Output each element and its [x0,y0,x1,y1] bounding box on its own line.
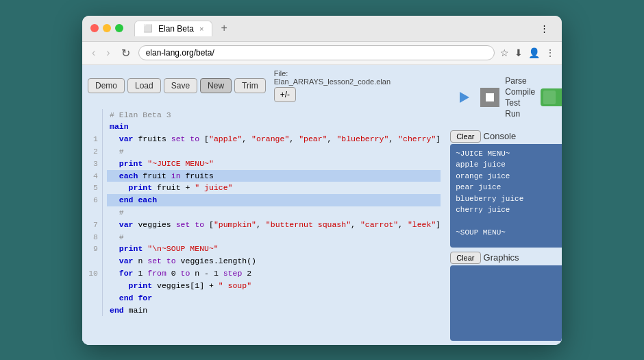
toolbar-left: Demo Load Save New Trim [88,78,266,93]
code-line: var n set to veggies.length() [107,255,441,267]
graphics-label: Graphics [484,252,519,263]
code-line-highlighted: each fruit in fruits [107,170,441,182]
svg-rect-2 [543,91,556,104]
code-line: print "\n~SOUP MENU~" [107,243,441,255]
code-line: for 1 from 0 to n - 1 step 2 [107,267,441,280]
traffic-lights [90,24,123,32]
url-bar[interactable] [138,45,495,60]
new-button[interactable]: New [200,78,232,93]
status-indicator [541,88,562,106]
play-button[interactable] [453,86,475,108]
code-line: # Elan Beta 3 [107,109,441,121]
menu-button[interactable]: ⋮ [545,47,555,58]
parse-label: Parse [505,76,535,86]
code-line-highlighted: end each [107,194,441,206]
code-content: # Elan Beta 3 main var fruits set to ["a… [107,109,446,317]
graphics-header: Clear Graphics [450,252,562,264]
close-traffic-light[interactable] [90,24,99,32]
code-line: var fruits set to ["apple", "orange", "p… [107,133,441,145]
code-area: 1 2 3 4 5 6 7 8 9 10 [82,109,446,317]
svg-marker-0 [460,92,469,103]
code-line: main [107,121,441,133]
demo-button[interactable]: Demo [88,78,125,93]
console-output[interactable]: ~JUICE MENU~ apple juice orange juice pe… [450,144,562,248]
back-button[interactable]: ‹ [89,45,98,60]
svg-rect-3 [556,91,562,104]
tab-title: Elan Beta [158,24,194,34]
graphics-canvas[interactable] [450,265,562,341]
console-clear-button[interactable]: Clear [450,130,480,143]
line-numbers: 1 2 3 4 5 6 7 8 9 10 [82,109,103,317]
code-line: var veggies set to ["pumpkin", "butternu… [107,219,441,231]
stop-button[interactable] [480,88,499,107]
reload-button[interactable]: ↻ [119,45,133,61]
bookmark-button[interactable]: ☆ [500,47,509,58]
graphics-clear-button[interactable]: Clear [450,252,480,264]
code-line: print veggies[1] + " soup" [107,280,441,292]
browser-window: ⬜ Elan Beta × + ⋮ ‹ › ↻ ☆ ⬇ 👤 ⋮ Demo [82,16,562,345]
maximize-traffic-light[interactable] [115,24,123,32]
svg-rect-1 [486,93,494,101]
parse-compile-area: Parse Compile Test Run [505,76,535,119]
tab-favicon: ⬜ [143,24,153,33]
trim-button[interactable]: Trim [234,78,266,93]
file-name: Elan_ARRAYS_lesson2_code.elan [274,77,391,86]
main-content: Demo Load Save New Trim File: Elan_ARRAY… [82,65,562,345]
code-container[interactable]: 1 2 3 4 5 6 7 8 9 10 [82,106,446,345]
save-button[interactable]: Save [164,78,197,93]
browser-tab[interactable]: ⬜ Elan Beta × [134,21,212,36]
new-tab-button[interactable]: + [216,21,231,36]
file-label: File: [274,69,288,77]
graphics-section: Clear Graphics [450,252,562,341]
editor-panel: Demo Load Save New Trim File: Elan_ARRAY… [82,65,446,345]
control-row: Parse Compile Test Run EL∧N Videos Help [450,69,562,126]
title-bar: ⬜ Elan Beta × + ⋮ [82,16,562,42]
forward-button[interactable]: › [103,45,112,60]
console-label: Console [484,131,517,141]
code-line: # [107,145,441,158]
right-panel: Parse Compile Test Run EL∧N Videos Help [446,65,562,345]
tab-area: ⬜ Elan Beta × + [134,21,534,36]
profile-button[interactable]: 👤 [528,47,540,58]
console-section: Clear Console ~JUICE MENU~ apple juice o… [450,130,562,248]
minimize-traffic-light[interactable] [103,24,111,32]
font-size-button[interactable]: +/- [274,87,296,102]
code-line: print fruit + " juice" [107,182,441,194]
console-header: Clear Console [450,130,562,143]
code-line: end main [107,304,441,317]
nav-bar: ‹ › ↻ ☆ ⬇ 👤 ⋮ [82,42,562,65]
tab-close-button[interactable]: × [199,25,203,33]
console-text: ~JUICE MENU~ apple juice orange juice pe… [456,149,523,237]
compile-label: Compile [505,87,535,97]
code-line: # [107,206,441,219]
code-line: print "~JUICE MENU~" [107,158,441,170]
download-button[interactable]: ⬇ [515,47,523,58]
load-button[interactable]: Load [127,78,161,93]
editor-toolbar: Demo Load Save New Trim File: Elan_ARRAY… [82,65,446,106]
run-label: Run [505,109,535,119]
test-label: Test [505,98,535,108]
window-controls-spacer: ⋮ [540,23,554,34]
nav-actions: ☆ ⬇ 👤 ⋮ [500,47,555,58]
code-line: # [107,231,441,243]
code-line: end for [107,292,441,304]
